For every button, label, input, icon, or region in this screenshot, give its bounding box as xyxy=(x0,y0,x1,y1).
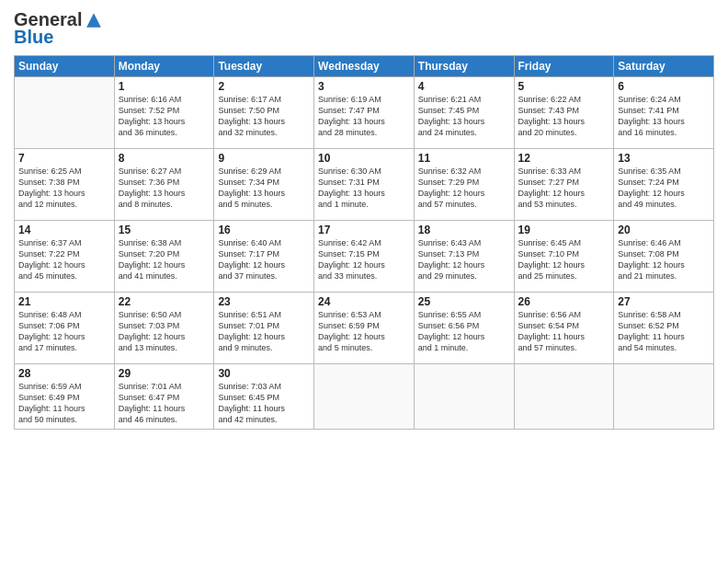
day-header-sunday: Sunday xyxy=(15,56,115,77)
week-row-4: 21Sunrise: 6:48 AMSunset: 7:06 PMDayligh… xyxy=(15,293,714,364)
day-info: Sunrise: 6:32 AMSunset: 7:29 PMDaylight:… xyxy=(418,166,510,211)
day-number: 14 xyxy=(18,224,110,236)
day-cell: 30Sunrise: 7:03 AMSunset: 6:45 PMDayligh… xyxy=(214,364,314,430)
day-cell: 7Sunrise: 6:25 AMSunset: 7:38 PMDaylight… xyxy=(15,149,115,221)
day-info: Sunrise: 6:19 AMSunset: 7:47 PMDaylight:… xyxy=(318,94,410,139)
day-info: Sunrise: 6:21 AMSunset: 7:45 PMDaylight:… xyxy=(418,94,510,139)
day-cell: 18Sunrise: 6:43 AMSunset: 7:13 PMDayligh… xyxy=(414,221,514,293)
day-cell: 13Sunrise: 6:35 AMSunset: 7:24 PMDayligh… xyxy=(614,149,714,221)
logo: General Blue xyxy=(14,9,104,48)
day-cell: 24Sunrise: 6:53 AMSunset: 6:59 PMDayligh… xyxy=(314,293,415,364)
day-header-thursday: Thursday xyxy=(414,56,514,77)
day-number: 29 xyxy=(119,367,210,380)
day-info: Sunrise: 6:25 AMSunset: 7:38 PMDaylight:… xyxy=(18,166,110,211)
day-cell: 12Sunrise: 6:33 AMSunset: 7:27 PMDayligh… xyxy=(514,149,614,221)
day-number: 16 xyxy=(218,224,310,236)
day-cell: 6Sunrise: 6:24 AMSunset: 7:41 PMDaylight… xyxy=(614,77,714,149)
day-cell xyxy=(514,364,614,430)
day-cell: 16Sunrise: 6:40 AMSunset: 7:17 PMDayligh… xyxy=(214,221,314,293)
day-header-saturday: Saturday xyxy=(614,56,714,77)
day-cell: 4Sunrise: 6:21 AMSunset: 7:45 PMDaylight… xyxy=(414,77,514,149)
day-info: Sunrise: 6:16 AMSunset: 7:52 PMDaylight:… xyxy=(119,94,210,139)
day-info: Sunrise: 6:45 AMSunset: 7:10 PMDaylight:… xyxy=(518,237,610,282)
day-number: 6 xyxy=(618,80,710,93)
day-cell: 22Sunrise: 6:50 AMSunset: 7:03 PMDayligh… xyxy=(114,293,214,364)
day-number: 22 xyxy=(119,295,210,308)
calendar-table: SundayMondayTuesdayWednesdayThursdayFrid… xyxy=(14,55,714,430)
day-cell: 9Sunrise: 6:29 AMSunset: 7:34 PMDaylight… xyxy=(214,149,314,221)
day-info: Sunrise: 7:03 AMSunset: 6:45 PMDaylight:… xyxy=(218,381,310,426)
day-info: Sunrise: 6:24 AMSunset: 7:41 PMDaylight:… xyxy=(618,94,710,139)
day-info: Sunrise: 6:59 AMSunset: 6:49 PMDaylight:… xyxy=(18,381,110,426)
week-row-3: 14Sunrise: 6:37 AMSunset: 7:22 PMDayligh… xyxy=(15,221,714,293)
day-number: 13 xyxy=(618,152,710,165)
day-cell: 29Sunrise: 7:01 AMSunset: 6:47 PMDayligh… xyxy=(114,364,214,430)
day-info: Sunrise: 6:56 AMSunset: 6:54 PMDaylight:… xyxy=(518,309,610,354)
day-number: 15 xyxy=(119,224,210,236)
day-info: Sunrise: 6:33 AMSunset: 7:27 PMDaylight:… xyxy=(518,166,610,211)
day-cell: 11Sunrise: 6:32 AMSunset: 7:29 PMDayligh… xyxy=(414,149,514,221)
day-cell: 8Sunrise: 6:27 AMSunset: 7:36 PMDaylight… xyxy=(114,149,214,221)
day-info: Sunrise: 6:46 AMSunset: 7:08 PMDaylight:… xyxy=(618,237,710,282)
day-cell: 5Sunrise: 6:22 AMSunset: 7:43 PMDaylight… xyxy=(514,77,614,149)
day-cell xyxy=(414,364,514,430)
day-number: 3 xyxy=(318,80,410,93)
day-number: 27 xyxy=(618,295,710,308)
day-number: 5 xyxy=(518,80,610,93)
day-cell: 21Sunrise: 6:48 AMSunset: 7:06 PMDayligh… xyxy=(15,293,115,364)
day-cell: 10Sunrise: 6:30 AMSunset: 7:31 PMDayligh… xyxy=(314,149,415,221)
day-header-monday: Monday xyxy=(114,56,214,77)
day-number: 25 xyxy=(418,295,510,308)
day-info: Sunrise: 6:27 AMSunset: 7:36 PMDaylight:… xyxy=(119,166,210,211)
day-info: Sunrise: 6:30 AMSunset: 7:31 PMDaylight:… xyxy=(318,166,410,211)
day-cell: 28Sunrise: 6:59 AMSunset: 6:49 PMDayligh… xyxy=(15,364,115,430)
day-cell: 15Sunrise: 6:38 AMSunset: 7:20 PMDayligh… xyxy=(114,221,214,293)
day-info: Sunrise: 6:40 AMSunset: 7:17 PMDaylight:… xyxy=(218,237,310,282)
day-cell: 26Sunrise: 6:56 AMSunset: 6:54 PMDayligh… xyxy=(514,293,614,364)
day-number: 8 xyxy=(119,152,210,165)
days-header-row: SundayMondayTuesdayWednesdayThursdayFrid… xyxy=(15,56,714,77)
day-header-friday: Friday xyxy=(514,56,614,77)
day-info: Sunrise: 6:48 AMSunset: 7:06 PMDaylight:… xyxy=(18,309,110,354)
day-number: 26 xyxy=(518,295,610,308)
day-info: Sunrise: 6:37 AMSunset: 7:22 PMDaylight:… xyxy=(18,237,110,282)
day-number: 7 xyxy=(18,152,110,165)
day-info: Sunrise: 6:35 AMSunset: 7:24 PMDaylight:… xyxy=(618,166,710,211)
day-info: Sunrise: 6:42 AMSunset: 7:15 PMDaylight:… xyxy=(318,237,410,282)
day-header-wednesday: Wednesday xyxy=(314,56,415,77)
day-cell: 23Sunrise: 6:51 AMSunset: 7:01 PMDayligh… xyxy=(214,293,314,364)
day-number: 24 xyxy=(318,295,410,308)
day-cell: 25Sunrise: 6:55 AMSunset: 6:56 PMDayligh… xyxy=(414,293,514,364)
day-cell: 27Sunrise: 6:58 AMSunset: 6:52 PMDayligh… xyxy=(614,293,714,364)
day-info: Sunrise: 6:43 AMSunset: 7:13 PMDaylight:… xyxy=(418,237,510,282)
day-info: Sunrise: 6:29 AMSunset: 7:34 PMDaylight:… xyxy=(218,166,310,211)
day-cell xyxy=(614,364,714,430)
week-row-1: 1Sunrise: 6:16 AMSunset: 7:52 PMDaylight… xyxy=(15,77,714,149)
day-number: 2 xyxy=(218,80,310,93)
logo-icon xyxy=(84,10,104,30)
day-number: 12 xyxy=(518,152,610,165)
page-header: General Blue xyxy=(14,9,714,48)
day-info: Sunrise: 7:01 AMSunset: 6:47 PMDaylight:… xyxy=(119,381,210,426)
day-info: Sunrise: 6:50 AMSunset: 7:03 PMDaylight:… xyxy=(119,309,210,354)
day-number: 10 xyxy=(318,152,410,165)
day-number: 9 xyxy=(218,152,310,165)
week-row-5: 28Sunrise: 6:59 AMSunset: 6:49 PMDayligh… xyxy=(15,364,714,430)
day-cell: 3Sunrise: 6:19 AMSunset: 7:47 PMDaylight… xyxy=(314,77,415,149)
day-info: Sunrise: 6:51 AMSunset: 7:01 PMDaylight:… xyxy=(218,309,310,354)
day-cell: 1Sunrise: 6:16 AMSunset: 7:52 PMDaylight… xyxy=(114,77,214,149)
day-number: 11 xyxy=(418,152,510,165)
day-cell xyxy=(314,364,415,430)
svg-marker-0 xyxy=(87,13,102,28)
day-cell: 17Sunrise: 6:42 AMSunset: 7:15 PMDayligh… xyxy=(314,221,415,293)
day-info: Sunrise: 6:58 AMSunset: 6:52 PMDaylight:… xyxy=(618,309,710,354)
day-number: 1 xyxy=(119,80,210,93)
day-info: Sunrise: 6:17 AMSunset: 7:50 PMDaylight:… xyxy=(218,94,310,139)
day-cell: 2Sunrise: 6:17 AMSunset: 7:50 PMDaylight… xyxy=(214,77,314,149)
day-header-tuesday: Tuesday xyxy=(214,56,314,77)
day-number: 28 xyxy=(18,367,110,380)
day-number: 19 xyxy=(518,224,610,236)
day-cell: 14Sunrise: 6:37 AMSunset: 7:22 PMDayligh… xyxy=(15,221,115,293)
day-number: 23 xyxy=(218,295,310,308)
day-info: Sunrise: 6:55 AMSunset: 6:56 PMDaylight:… xyxy=(418,309,510,354)
